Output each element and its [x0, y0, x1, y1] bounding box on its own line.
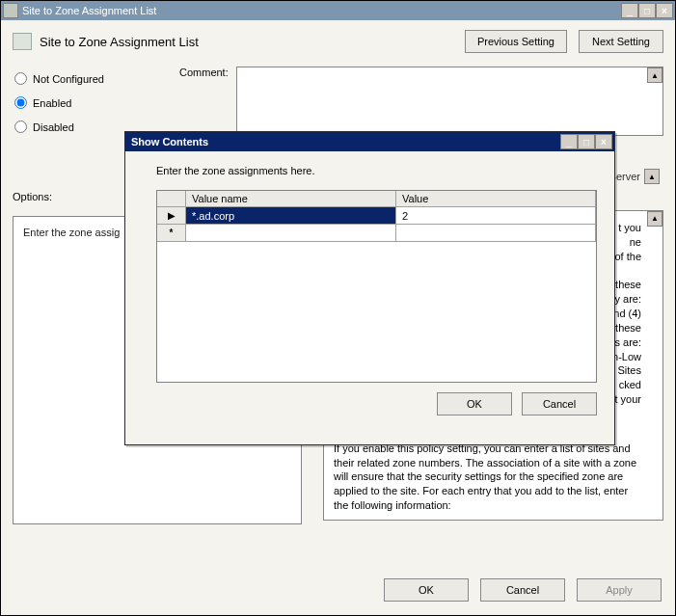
radio-enabled-label: Enabled [33, 97, 71, 109]
row-selector-icon[interactable]: ▶ [157, 207, 186, 225]
grid-header-value[interactable]: Value [396, 191, 596, 206]
ok-button[interactable]: OK [384, 578, 469, 602]
previous-setting-button[interactable]: Previous Setting [465, 30, 567, 53]
grid-cell-value-name[interactable]: *.ad.corp [186, 207, 396, 225]
main-titlebar: Site to Zone Assignment List _ □ × [1, 1, 675, 20]
maximize-button[interactable]: □ [638, 3, 656, 18]
grid-cell-value[interactable]: 2 [396, 207, 596, 225]
radio-not-configured-label: Not Configured [33, 73, 104, 85]
radio-disabled-input[interactable] [14, 121, 27, 133]
dialog-prompt: Enter the zone assignments here. [156, 165, 597, 176]
grid-corner [157, 191, 186, 206]
dialog-title: Show Contents [131, 136, 560, 147]
apply-button[interactable]: Apply [577, 578, 662, 602]
dialog-close-button[interactable]: × [595, 134, 612, 149]
grid-header-value-name[interactable]: Value name [186, 191, 396, 206]
comment-label: Comment: [179, 67, 229, 136]
comment-textarea[interactable]: ▲ [236, 67, 663, 136]
app-icon [3, 3, 18, 18]
show-contents-dialog: Show Contents _ □ × Enter the zone assig… [124, 131, 615, 445]
radio-not-configured-input[interactable] [14, 72, 27, 85]
radio-disabled-label: Disabled [33, 121, 74, 133]
next-setting-button[interactable]: Next Setting [579, 30, 663, 53]
grid-row[interactable]: ▶ *.ad.corp 2 [157, 207, 596, 225]
policy-icon [13, 33, 32, 50]
dialog-titlebar: Show Contents _ □ × [125, 132, 614, 151]
grid-new-row[interactable]: * [157, 225, 596, 242]
scroll-up-icon[interactable]: ▲ [644, 169, 660, 184]
help-paragraph: If you enable this policy setting, you c… [334, 442, 641, 513]
radio-enabled[interactable]: Enabled [14, 96, 162, 109]
zone-assignment-grid[interactable]: Value name Value ▶ *.ad.corp 2 * [156, 190, 597, 383]
radio-enabled-input[interactable] [14, 96, 27, 109]
dialog-ok-button[interactable]: OK [437, 392, 512, 415]
options-panel-text: Enter the zone assig [23, 227, 120, 238]
close-button[interactable]: × [656, 3, 673, 18]
minimize-button[interactable]: _ [621, 3, 638, 18]
scroll-up-icon[interactable]: ▲ [647, 211, 662, 227]
radio-not-configured[interactable]: Not Configured [14, 72, 162, 85]
scroll-up-icon[interactable]: ▲ [647, 67, 662, 83]
cancel-button[interactable]: Cancel [480, 578, 565, 602]
dialog-minimize-button[interactable]: _ [560, 134, 578, 149]
page-heading: Site to Zone Assignment List [40, 35, 199, 49]
window-title: Site to Zone Assignment List [22, 5, 621, 16]
dialog-cancel-button[interactable]: Cancel [522, 392, 597, 415]
grid-cell-value[interactable] [396, 225, 596, 242]
grid-cell-value-name[interactable] [186, 225, 396, 242]
dialog-maximize-button[interactable]: □ [578, 134, 595, 149]
new-row-icon[interactable]: * [157, 225, 186, 242]
